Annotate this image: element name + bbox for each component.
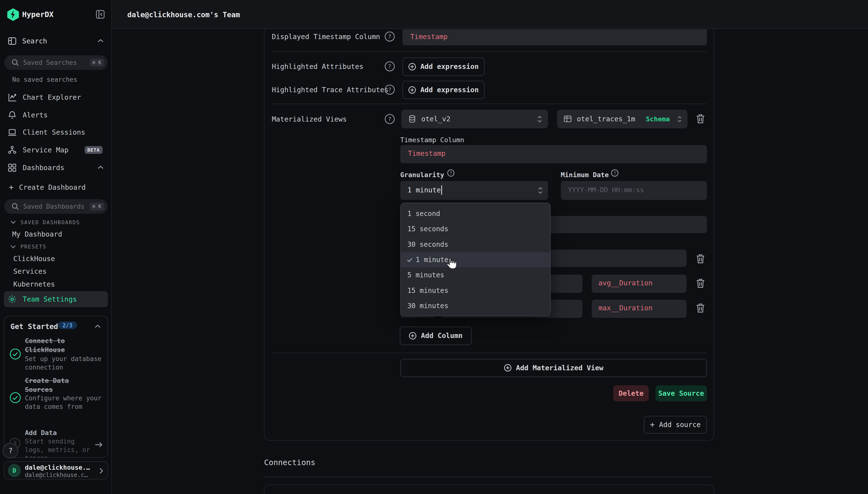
add-expression-button[interactable]: Add expression [403,57,484,76]
trash-icon[interactable] [696,253,706,265]
step-desc: Set up your database connection [25,355,102,371]
help-icon[interactable]: ? [385,32,395,41]
dropdown-option[interactable]: 5 minutes [401,267,551,283]
timestamp-column-input[interactable]: Timestamp [400,145,707,163]
plus-circle-icon [408,86,416,94]
dropdown-option-selected[interactable]: 1 minute [401,252,551,267]
help-button[interactable]: ? [3,443,18,459]
divider [272,52,707,52]
saved-dashboards-group-header[interactable]: SAVED DASHBOARDS [11,219,80,225]
sidebar-item-services[interactable]: Services [13,267,46,276]
collapse-sidebar-icon[interactable] [96,10,105,19]
sidebar-item-team-settings[interactable]: Team Settings [4,291,108,307]
sidebar-item-dashboards[interactable]: Dashboards [8,163,64,172]
dropdown-option[interactable]: 15 seconds [401,221,551,236]
dropdown-option[interactable]: 1 second [401,206,551,221]
plus-circle-icon [504,364,512,372]
sidebar-item-clickhouse[interactable]: ClickHouse [13,255,55,263]
column-alias-input[interactable]: avg__Duration [592,275,686,293]
chevron-up-icon[interactable] [95,324,101,328]
bell-icon [8,111,17,120]
sidebar-item-kubernetes[interactable]: Kubernetes [13,280,55,288]
connections-heading: Connections [264,458,315,467]
chevron-right-icon [99,468,103,474]
arrow-right-icon[interactable] [95,441,103,449]
granularity-label: Granularity [400,171,444,178]
get-started-title: Get Started [11,322,58,331]
help-icon[interactable]: ? [385,61,395,71]
divider [264,477,712,477]
sidebar-item-client-sessions[interactable]: Client Sessions [8,128,85,137]
database-select[interactable]: otel_v2 [401,110,548,129]
plus-circle-icon [409,332,417,340]
add-materialized-view-button[interactable]: Add Materialized View [400,359,707,377]
presets-group-header[interactable]: PRESETS [11,244,46,250]
saved-searches-input[interactable]: Saved Searches ⌘ K [4,55,107,70]
search-icon [12,59,19,66]
delete-button[interactable]: Delete [613,385,649,401]
sidebar-item-my-dashboard[interactable]: My Dashboard [12,230,62,238]
displayed-timestamp-input[interactable]: Timestamp [403,30,707,45]
sidebar-item-chart-explorer[interactable]: Chart Explorer [8,93,81,102]
add-column-button[interactable]: Add Column [400,327,472,345]
add-expression-button[interactable]: Add expression [403,81,484,99]
plus-icon: + [650,420,655,429]
check-circle-icon [9,392,21,403]
displayed-timestamp-label: Displayed Timestamp Column [272,33,380,41]
create-dashboard-button[interactable]: + Create Dashboard [9,183,86,192]
user-card[interactable]: D dale@clickhouse.… dale@clickhouse.c… [4,461,108,479]
minimum-date-input[interactable]: YYYY-MM-DD HH:mm:ss [561,181,707,200]
help-icon[interactable]: ? [385,114,395,124]
dropdown-option[interactable]: 30 seconds [401,236,551,252]
user-name: dale@clickhouse.… [25,464,90,471]
sidebar-item-search[interactable]: Search [22,37,47,45]
schema-link[interactable]: Schema [646,115,670,123]
step-title: Add Data [25,429,91,437]
team-title: dale@clickhouse.com's Team [127,11,240,19]
saved-dashboards-input[interactable]: Saved Dashboards ⌘ K [4,199,107,213]
save-source-button[interactable]: Save Source [655,385,707,401]
trash-icon[interactable] [696,114,706,125]
dropdown-option[interactable]: 15 minutes [401,283,551,298]
laptop-icon [8,128,17,137]
dropdown-option[interactable]: 30 minutes [401,298,551,314]
add-source-button[interactable]: + Add source [644,416,707,434]
table-select[interactable]: otel_traces_1m Schema [557,110,688,129]
mouse-cursor-hand [446,258,456,270]
search-section-icon [8,37,17,45]
timestamp-column-label: Timestamp Column [400,136,464,144]
no-saved-searches-text: No saved searches [12,76,77,83]
progress-badge: 2/3 [58,322,77,329]
divider [272,353,707,353]
granularity-dropdown: 1 second 15 seconds 30 seconds 1 minute … [400,203,551,316]
column-alias-input[interactable]: max__Duration [592,300,686,318]
check-icon [406,256,413,263]
highlighted-attributes-label: Highlighted Attributes [272,63,363,71]
chevron-up-icon[interactable] [98,39,103,43]
table-icon [563,115,572,123]
chevron-up-icon[interactable] [98,166,103,169]
chevron-down-icon [11,221,16,224]
select-chevrons-icon [537,115,542,123]
sidebar-item-service-map[interactable]: Service Map BETA [8,146,103,155]
connections-card [264,484,714,494]
help-icon[interactable]: ? [447,169,455,177]
select-chevrons-icon [538,187,543,194]
beta-badge: BETA [85,146,103,154]
granularity-select[interactable]: 1 minute [400,181,548,200]
search-icon [12,203,19,210]
step-desc: Start sending logs, metrics, or traces [25,437,91,458]
help-icon[interactable]: ? [385,85,395,95]
help-icon[interactable]: ? [611,169,618,177]
user-email: dale@clickhouse.c… [25,472,88,478]
database-icon [408,115,416,123]
check-circle-icon [9,348,21,360]
trash-icon[interactable] [696,303,706,314]
topbar: dale@clickhouse.com's Team [112,0,868,29]
trash-icon[interactable] [696,278,706,289]
sidebar-item-alerts[interactable]: Alerts [8,111,48,120]
service-map-icon [8,146,17,155]
hyperdx-logo-icon[interactable] [7,8,19,21]
chart-explorer-icon [8,93,17,102]
select-chevrons-icon [677,115,682,123]
